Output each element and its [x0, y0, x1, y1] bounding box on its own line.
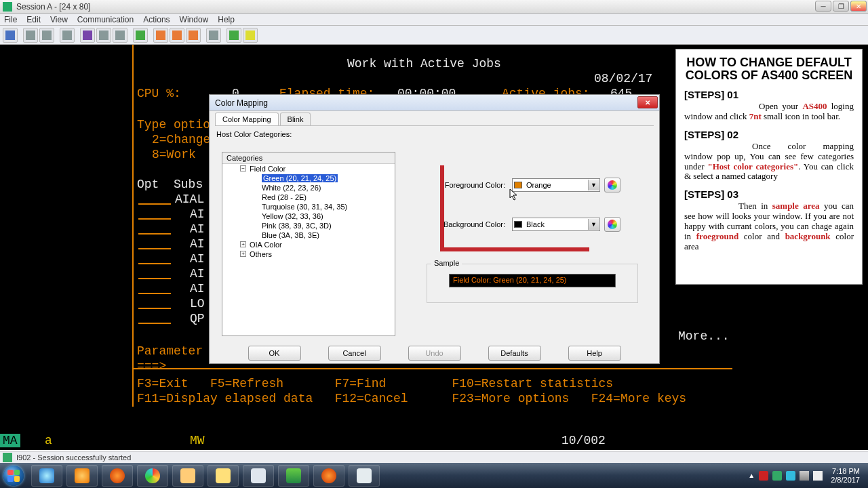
bg-color-combo[interactable]: Black ▼ [512, 218, 600, 231]
tb-btn-11[interactable] [186, 28, 201, 43]
tree-item-turquoise[interactable]: Turquoise (30, 31, 34, 35) [222, 202, 395, 211]
tb-btn-3[interactable] [39, 28, 54, 43]
tb-btn-8[interactable] [133, 28, 148, 43]
taskbar-chrome[interactable] [137, 465, 168, 487]
taskbar-ie[interactable] [31, 465, 62, 487]
system-tray[interactable]: ▲ 7:18 PM 2/8/2017 [748, 463, 865, 488]
opt-work: 8=Work [152, 148, 203, 161]
tray-network-icon[interactable] [800, 471, 809, 481]
taskbar-ff2[interactable] [313, 465, 344, 487]
tree-item-green[interactable]: Green (20, 21, 24, 25) [222, 174, 395, 183]
color-mapping-dialog: Color Mapping ✕ Color Mapping Blink Host… [209, 94, 660, 364]
tb-btn-1[interactable] [3, 28, 18, 43]
sub-r4: AI [190, 252, 205, 266]
taskbar-app[interactable] [349, 465, 380, 487]
tab-color-mapping[interactable]: Color Mapping [215, 113, 279, 125]
sub-r1: AI [190, 207, 205, 221]
tb-btn-13[interactable] [226, 28, 241, 43]
menu-actions[interactable]: Actions [143, 15, 170, 24]
fg-color-combo[interactable]: Orange ▼ [512, 178, 600, 192]
tb-btn-10[interactable] [170, 28, 184, 43]
section-label: Host Color Categories: [216, 130, 654, 138]
status-ma: MA [0, 434, 20, 447]
tree-item-yellow[interactable]: Yellow (32, 33, 36) [222, 211, 395, 221]
taskbar-clock[interactable]: 7:18 PM 2/8/2017 [831, 467, 860, 483]
menu-view[interactable]: View [50, 15, 68, 24]
help-button[interactable]: Help [568, 346, 621, 361]
term-date: 08/02/17 [594, 72, 652, 85]
tb-btn-5[interactable] [80, 28, 95, 43]
taskbar-firefox[interactable] [102, 465, 133, 487]
undo-button[interactable]: Undo [408, 346, 461, 361]
taskbar-session[interactable] [278, 465, 309, 487]
tb-btn-14[interactable] [243, 28, 258, 43]
instr-title: HOW TO CHANGE DEFAULTCOLORS OF AS400 SCR… [684, 56, 854, 82]
tb-btn-7[interactable] [113, 28, 127, 43]
menu-window[interactable]: Window [180, 15, 209, 24]
dialog-titlebar[interactable]: Color Mapping ✕ [210, 95, 659, 111]
tray-icon[interactable] [759, 471, 768, 481]
menu-communication[interactable]: Communication [77, 15, 134, 24]
tray-icon[interactable] [786, 471, 795, 481]
taskbar-wmp[interactable] [66, 465, 98, 487]
step-2-text: Once color mapping window pop up, You ca… [684, 142, 854, 182]
tb-btn-4[interactable] [60, 28, 75, 43]
ok-button[interactable]: OK [248, 346, 301, 361]
tree-field-color[interactable]: −Field Color [222, 164, 395, 174]
sample-preview: Field Color: Green (20, 21, 24, 25) [449, 274, 616, 287]
menu-file[interactable]: File [4, 15, 17, 24]
window-title: Session A - [24 x 80] [16, 2, 90, 12]
tree-oia[interactable]: +OIA Color [222, 240, 395, 249]
app-icon [3, 2, 12, 12]
start-button[interactable] [0, 464, 27, 488]
tab-blink[interactable]: Blink [280, 113, 311, 125]
prompt: ===> [137, 359, 166, 373]
menubar: File Edit View Communication Actions Win… [0, 14, 868, 26]
type-opts: Type optio [137, 118, 210, 131]
step-1: [STEPS] 01 [684, 89, 854, 100]
tb-btn-6[interactable] [96, 28, 111, 43]
tree-item-red[interactable]: Red (28 - 2E) [222, 192, 395, 202]
menu-help[interactable]: Help [218, 15, 235, 24]
sub-r8: QP [190, 312, 205, 325]
opt-change: 2=Change [152, 133, 210, 146]
instructions-panel: HOW TO CHANGE DEFAULTCOLORS OF AS400 SCR… [675, 49, 863, 285]
divider-horizontal [133, 368, 732, 369]
tree-header: Categories [222, 152, 395, 164]
tray-icon[interactable] [772, 471, 782, 481]
categories-tree[interactable]: Categories −Field Color Green (20, 21, 2… [222, 152, 395, 336]
input-underline [138, 278, 171, 279]
tree-item-white[interactable]: White (22, 23, 26) [222, 183, 395, 192]
tree-item-pink[interactable]: Pink (38, 39, 3C, 3D) [222, 221, 395, 230]
minimize-button[interactable]: ─ [815, 1, 831, 12]
term-more: More... [678, 329, 730, 343]
tray-up-icon[interactable]: ▲ [748, 472, 755, 479]
dialog-close-button[interactable]: ✕ [637, 96, 658, 108]
bg-palette-button[interactable] [604, 217, 620, 232]
tb-btn-2[interactable] [23, 28, 38, 43]
sub-r6: AI [190, 282, 205, 296]
dialog-tabs: Color Mapping Blink [215, 113, 654, 126]
tb-btn-12[interactable] [206, 28, 221, 43]
cpu-label: CPU %: [137, 87, 181, 100]
tb-btn-9[interactable] [153, 28, 168, 43]
fg-palette-button[interactable] [604, 178, 620, 192]
fg-label: Foreground Color: [433, 181, 508, 189]
cancel-button[interactable]: Cancel [328, 346, 381, 361]
sub-r2: AI [190, 222, 205, 236]
taskbar-notepad[interactable] [243, 465, 274, 487]
taskbar-sticky[interactable] [208, 465, 239, 487]
restore-button[interactable]: ❐ [833, 1, 849, 12]
sample-label: Sample [431, 259, 462, 267]
menu-edit[interactable]: Edit [26, 15, 41, 24]
taskbar-explorer[interactable] [172, 465, 203, 487]
toolbar [0, 26, 868, 45]
tray-volume-icon[interactable] [813, 471, 823, 481]
tree-others[interactable]: +Others [222, 249, 395, 259]
defaults-button[interactable]: Defaults [488, 346, 541, 361]
swatch-icon [514, 221, 522, 228]
close-button[interactable]: ✕ [850, 1, 867, 12]
tree-item-blue[interactable]: Blue (3A, 3B, 3E) [222, 230, 395, 240]
fg-value: Orange [526, 181, 551, 189]
titlebar: Session A - [24 x 80] ─ ─ ❐ ✕ [0, 0, 868, 14]
